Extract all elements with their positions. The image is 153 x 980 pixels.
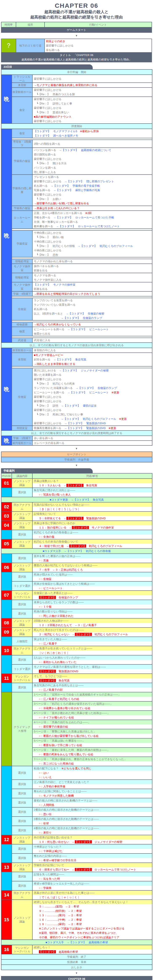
text-segment: ※更新 xyxy=(109,391,119,394)
kind-cell: ノンストップ議論 xyxy=(12,863,32,872)
text-segment: モノクマを調べる xyxy=(34,274,56,277)
text-segment: 7ページ目：「死体が爆破され、覆面の正体を知ることができなくなった」 xyxy=(34,757,127,761)
table-row: 寄宿舎・1階廊下2階への階段を調べる xyxy=(1,140,152,148)
qa-cell: 2回殺された人物は誰か――１２：２回殺されたなんて ←３：江ノ島盾子 xyxy=(32,618,152,628)
action-cell: モノクマを調べるモノクマ操作室に入る xyxy=(32,273,152,282)
trial-row: 04ノンストップ議論黒幕は本当に学園の中にいるのか１１：別の場所にいる ←【コト… xyxy=(1,521,152,530)
band-row: ■コトダマ入手 →【コトダマ】 超高校級の希望 xyxy=(1,940,152,945)
place-cell: 植物庭園 xyxy=(12,322,32,327)
qa-cell: 絶望しろッ！【コトダマ】 超高校級の希望 xyxy=(32,945,152,954)
text-line: ┗【Re：】 説明しておく事 xyxy=(32,101,152,106)
text-line: 正面、左から4番目のロッカーを調べる ※2回 xyxy=(32,211,152,215)
text-segment: 腐川に話しかける xyxy=(34,369,56,372)
choice-block-cell xyxy=(1,600,12,618)
text-segment: 4ページ目：「苗木が教われた時に黒幕が使った凶器は――」 xyxy=(34,711,110,714)
text-line: 写真の記憶がないとんでもない理由とは―― xyxy=(32,503,152,507)
trial-row: クライマックス推理1ページ目：「玄関ホールで出会った超高校級のギャルの正体は――… xyxy=(1,692,152,766)
text-segment: １９：…………(霧切) ←２：希望 xyxy=(39,923,82,926)
text-segment: 霧切響子に話しかける xyxy=(34,77,61,80)
text-line: ○：冷蔵庫から遺体が取り出されている絵 xyxy=(32,706,152,710)
text-line: ○：１０個 xyxy=(32,605,152,609)
text-segment: →【コトダマ】 ロッカールームで見つけたノート xyxy=(53,225,120,228)
kind-line: トークバトル xyxy=(12,595,32,599)
text-line: 部屋を出る xyxy=(32,287,152,291)
text-line: ランプのついてない装置を調べる xyxy=(32,302,152,307)
text-segment: →【コトダマ】 霧切の証言 xyxy=(58,404,97,407)
text-line: 体育館の中に入る xyxy=(32,348,152,352)
choice-block-cell xyxy=(1,655,12,674)
text-line: 苗木を襲った覆面の人物の正体は―― xyxy=(32,554,152,558)
qa-cell: 死体の数が足りない理由は――○：同じ人物が２回殺された xyxy=(32,609,152,618)
kind-cell: マシンガントークバトル xyxy=(12,674,32,683)
spacer xyxy=(1,62,152,64)
separator xyxy=(12,138,152,140)
qa-cell: 外の世界の記憶を思い出せる？１０：何も思い出せない ←【コトダマ】 ジェノサイダ… xyxy=(32,835,152,844)
phase-number-cell: 15 xyxy=(1,900,12,940)
text-line: ○：欲望 xyxy=(32,821,152,826)
text-segment: ○：江ノ島盾子と戦刃むくろの絵 xyxy=(39,697,79,700)
text-line: ○：最初から入れ替わっていた xyxy=(32,660,152,664)
trial-row: 07マシンガントークバトル生物室にあった矛盾点とは――【コトダマ】 生物室のラン… xyxy=(1,590,152,600)
text-line: ○：学園長 xyxy=(32,886,152,890)
place-cell: 視聴覚室 xyxy=(12,426,32,431)
phase-number-cell: 14 xyxy=(1,891,12,900)
text-segment: ┗【Re：】 賛成出来ない xyxy=(34,111,69,114)
text-line: 壁の隙間を調べる xyxy=(32,152,152,157)
text-segment: ７：右手 ←３：正体は戦刃むくろ xyxy=(39,568,83,571)
trial-row: 選択肢江ノ島盾子の顔に、どこで見覚えがあった？○：入学前の事前準備 xyxy=(1,780,152,789)
text-line: ┗【Re：】 説明 →【コトダマ】 霧切の証言 xyxy=(32,404,152,408)
phase-number-cell: 16 xyxy=(1,945,12,954)
text-segment: ○：覆面を脱いで手に持っている絵 xyxy=(39,743,82,747)
text-segment: 死体の数が足りない理由は―― xyxy=(34,610,72,613)
text-segment: 十神白夜に話しかける xyxy=(34,249,61,252)
action-cell: ■モノクマ登場ムービー封筒を調べる →【コトダマ】 集合写真→混乱したまま体育館… xyxy=(32,353,152,366)
text-segment: ■真の解答編開始のアナウンス xyxy=(34,115,71,118)
trial-row: 選択肢私様の配下になる？ ※どちらを選んでも同じ○：はい○：いいえ xyxy=(1,766,152,780)
text-segment: ○：１０個 xyxy=(39,605,52,608)
text-line: →霧切響子のお願いを聞いて隠し部屋を出る xyxy=(32,201,152,205)
text-segment: 4ページ目：「黒幕の凶行を止めたのは――」 xyxy=(34,721,90,724)
text-segment: 戦刃むくろの本当の致命傷とは―― xyxy=(34,531,78,534)
text-segment: ┗【Re：】 戦刃むくろの情報 xyxy=(34,244,75,248)
text-segment: ９：…………(朝日奈) ←２：希望 xyxy=(39,909,82,912)
text-line: ○：覆面を脱いで手に持っている絵 xyxy=(32,743,152,747)
text-line: 【コトダマ】 モノクマの操作室 xyxy=(32,282,152,287)
text-line: ○：十神家は滅びた xyxy=(32,849,152,853)
text-line: ┗【Re：】 死体に関して知りたい事 xyxy=(32,412,152,417)
qa-cell: 3番目の殺人の時に提示された動機のテーマとは――○：欲望 xyxy=(32,816,152,826)
trial-row: 選択肢集合写真に隠された法則とは――○：写真を受け取った本人 xyxy=(1,488,152,497)
text-segment: 絶望しながら生きていくなんて…、そんなの…生きてるなんて言えないよ！ xyxy=(34,900,129,904)
kind-cell: 選択肢 xyxy=(12,655,32,665)
text-line: ■モノクマ登場ムービー xyxy=(32,353,152,357)
text-line: 霧切響子に話しかける xyxy=(32,395,152,399)
action-cell: パソコンを調べる →【コトダマ】 超高校級の絶望について壁の隙間を調べる霧切響子… xyxy=(32,148,152,175)
table-row: 植物庭園→戦刃むくろの死体がなくなっている xyxy=(1,322,152,327)
text-line: 奪われた記憶の内容は―― xyxy=(32,854,152,858)
kind-line: マシンガン xyxy=(12,592,32,595)
text-line: １２：２回殺されたなんて ←３：江ノ島盾子 xyxy=(32,623,152,627)
phase-number-cell: 05 xyxy=(1,539,12,549)
text-line: 霧切響子に話しかける xyxy=(32,192,152,197)
text-segment: 緊急面談のDVD xyxy=(56,670,78,673)
text-segment: 【コトダマ】 xyxy=(69,544,86,547)
text-line: 6ページ目：「最初に発見した時、覆面の死体の状態は――」 xyxy=(32,747,152,752)
text-line: 霧切響子に話しかける xyxy=(45,43,151,48)
text-segment: 江ノ島盾子が生き残っていたトリックとは―― xyxy=(34,647,92,650)
text-line: ┗【Re：】 戦刃むくろの情報 →【コトダマ】 戦刃むくろのプロフィール xyxy=(32,244,152,248)
place-cell: 物置 xyxy=(12,327,32,336)
trial-row: 16マシンガントークバトル絶望しろッ！【コトダマ】 超高校級の希望 xyxy=(1,945,152,954)
text-segment: 記憶喪失について xyxy=(34,512,56,515)
qa-cell: 戦刃むくろの本当の致命傷とは――○：全身の傷 xyxy=(32,530,152,539)
choice-block-cell xyxy=(1,554,12,563)
table-row: 学園長の個室パソコンを調べる →【コトダマ】 超高校級の絶望について壁の隙間を調… xyxy=(1,148,152,175)
text-line: １１：別の場所にいる ←【コトダマ】 モノクマの操作室 xyxy=(32,525,152,530)
text-segment: 【コトダマ】 調べるべき場所メモ xyxy=(34,134,78,137)
text-line: →黒幕は生き残った6人の中にいる？ xyxy=(32,206,152,210)
band-row: CHAPTER 06超高校級の不運が超高校級の殺人と超高校級の処刑と超高校級の絶… xyxy=(1,976,152,980)
text-line: ｜き｜お｜く｜そ｜う｜し｜つ｜ xyxy=(32,507,152,511)
text-line: 生物室にあった矛盾点とは―― xyxy=(32,591,152,595)
action-cell: 霧切響子に話しかける ┗【Re：】 説明しておく事霧切響子に話しかける ┗【Re… xyxy=(32,97,152,124)
text-line: ┗【Re：】 戦刃むくろの死体 xyxy=(32,382,152,386)
text-segment: 集合写真 xyxy=(56,679,69,682)
text-segment: 霧切響子に話しかける xyxy=(34,409,61,412)
